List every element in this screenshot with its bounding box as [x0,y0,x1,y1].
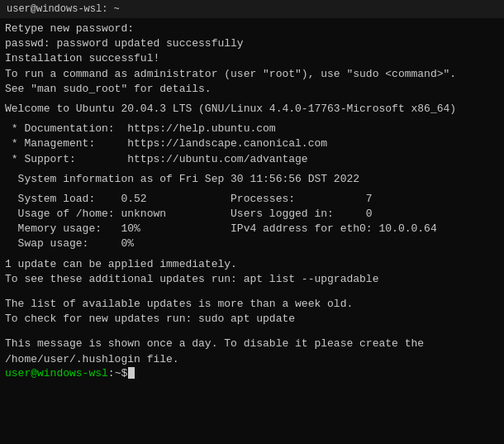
terminal-body[interactable]: Retype new password:passwd: password upd… [0,18,504,444]
terminal-line: passwd: password updated successfully [5,36,499,51]
prompt-user: user@windows-wsl [5,367,108,380]
terminal-line: Installation successful! [5,51,499,66]
terminal-line: System load: 0.52 Processes: 7 [5,192,499,207]
terminal-line: This message is shown once a day. To dis… [5,337,499,351]
terminal-line: Retype new password: [5,21,499,36]
terminal-line: Swap usage: 0% [5,236,499,251]
title-text: user@windows-wsl: ~ [7,3,120,15]
terminal-line: To check for new updates run: sudo apt u… [5,312,499,327]
terminal-line: To run a command as administrator (user … [5,67,499,82]
prompt-line[interactable]: user@windows-wsl:~$ [5,367,499,380]
terminal-line: Usage of /home: unknown Users logged in:… [5,207,499,222]
terminal-line: * Documentation: https://help.ubuntu.com [5,122,499,136]
terminal-line: The list of available updates is more th… [5,297,499,312]
terminal-line: /home/user/.hushlogin file. [5,352,499,367]
terminal-line: * Management: https://landscape.canonica… [5,136,499,151]
terminal-line: * Support: https://ubuntu.com/advantage [5,152,499,167]
cursor [128,367,135,379]
terminal-window: user@windows-wsl: ~ Retype new password:… [0,0,504,444]
terminal-line: See "man sudo_root" for details. [5,82,499,97]
terminal-line: To see these additional updates run: apt… [5,272,499,287]
title-bar: user@windows-wsl: ~ [0,0,504,18]
prompt-path: :~$ [108,367,127,380]
terminal-line: Memory usage: 10% IPv4 address for eth0:… [5,222,499,236]
terminal-line: System information as of Fri Sep 30 11:5… [5,172,499,187]
terminal-line: 1 update can be applied immediately. [5,257,499,272]
terminal-line: Welcome to Ubuntu 20.04.3 LTS (GNU/Linux… [5,102,499,117]
